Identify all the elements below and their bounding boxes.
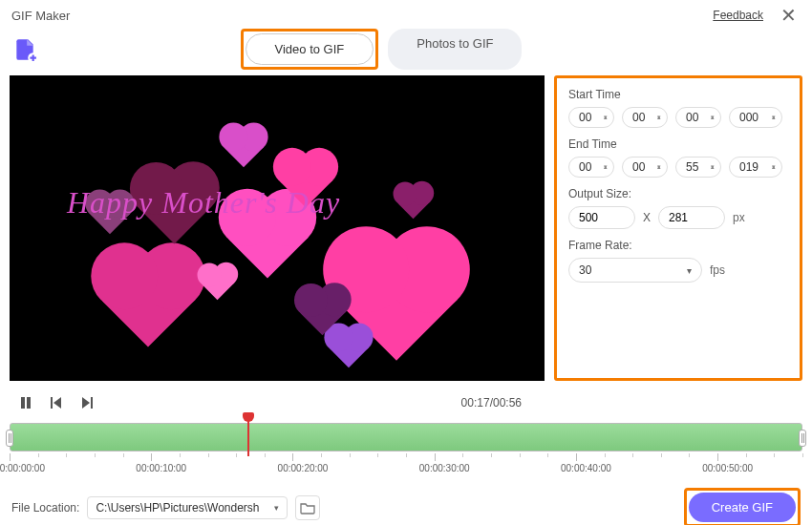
frame-rate-label: Frame Rate: xyxy=(568,239,788,252)
end-minutes[interactable]: 00▴▾ xyxy=(622,157,668,178)
end-hours[interactable]: 00▴▾ xyxy=(568,157,614,178)
trim-end-handle[interactable] xyxy=(799,430,806,447)
trim-start-handle[interactable] xyxy=(6,430,13,447)
create-gif-highlight: Create GIF xyxy=(684,488,801,525)
svg-rect-4 xyxy=(91,397,93,409)
end-seconds[interactable]: 55▴▾ xyxy=(675,157,721,178)
tab-photos-to-gif[interactable]: Photos to GIF xyxy=(388,29,522,70)
start-time-label: Start Time xyxy=(568,88,788,101)
frame-unit: fps xyxy=(710,263,725,277)
start-hours[interactable]: 00▴▾ xyxy=(568,107,614,128)
settings-panel: Start Time 00▴▾ 00▴▾ 00▴▾ 000▴▾ End Time… xyxy=(554,75,802,381)
end-time-label: End Time xyxy=(568,137,788,151)
playhead[interactable] xyxy=(247,418,249,456)
start-minutes[interactable]: 00▴▾ xyxy=(622,107,668,128)
playback-time: 00:17/00:56 xyxy=(461,396,522,410)
output-width-input[interactable] xyxy=(568,206,635,229)
size-unit: px xyxy=(733,211,745,224)
create-gif-button[interactable]: Create GIF xyxy=(689,493,796,522)
prev-frame-button[interactable] xyxy=(44,390,69,415)
timeline[interactable] xyxy=(10,423,802,452)
tick-label: 00:00:30:00 xyxy=(419,463,470,473)
svg-rect-3 xyxy=(51,397,53,409)
tick-label: 00:00:40:00 xyxy=(561,463,611,473)
svg-rect-1 xyxy=(21,397,25,409)
chevron-down-icon: ▾ xyxy=(274,503,279,513)
app-title: GIF Maker xyxy=(11,9,70,23)
output-height-input[interactable] xyxy=(658,206,725,229)
svg-rect-2 xyxy=(27,397,31,409)
add-file-icon[interactable] xyxy=(11,36,38,63)
file-location-label: File Location: xyxy=(11,501,79,514)
file-location-select[interactable]: C:\Users\HP\Pictures\Wondersh ▾ xyxy=(87,496,288,519)
start-seconds[interactable]: 00▴▾ xyxy=(675,107,721,128)
pause-button[interactable] xyxy=(13,390,38,415)
chevron-down-icon: ▾ xyxy=(687,265,692,276)
tick-label: 00:00:00:00 xyxy=(0,463,45,473)
start-ms[interactable]: 000▴▾ xyxy=(729,107,782,128)
open-folder-button[interactable] xyxy=(295,495,320,520)
size-separator: X xyxy=(643,211,651,224)
tick-label: 00:00:10:00 xyxy=(136,463,186,473)
next-frame-button[interactable] xyxy=(75,390,99,415)
close-icon[interactable]: ✕ xyxy=(777,6,801,25)
video-preview[interactable]: Happy Mother's Day xyxy=(10,75,545,381)
tab-video-highlight: Video to GIF xyxy=(241,29,379,70)
tick-label: 00:00:20:00 xyxy=(278,463,329,473)
frame-rate-select[interactable]: 30▾ xyxy=(568,258,702,283)
timeline-ruler: 00:00:00:0000:00:10:0000:00:20:0000:00:3… xyxy=(10,453,802,482)
tick-label: 00:00:50:00 xyxy=(702,463,753,473)
feedback-link[interactable]: Feedback xyxy=(713,9,763,22)
tab-video-to-gif[interactable]: Video to GIF xyxy=(246,33,374,65)
output-size-label: Output Size: xyxy=(568,187,788,200)
video-overlay-text: Happy Mother's Day xyxy=(67,185,340,220)
end-ms[interactable]: 019▴▾ xyxy=(729,157,782,178)
